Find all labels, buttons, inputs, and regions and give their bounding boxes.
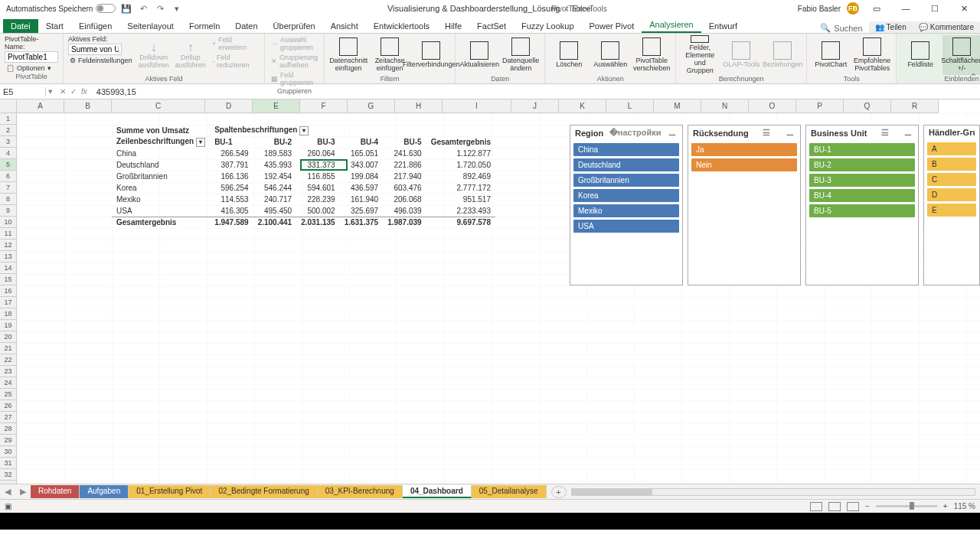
slicer-item[interactable]: E <box>927 204 976 217</box>
slicer-bu[interactable]: Business Unit☰⚊ BU-1BU-2BU-3BU-4BU-5 <box>805 125 919 285</box>
row-header[interactable]: 22 <box>0 354 17 366</box>
select-all-corner[interactable] <box>0 99 17 113</box>
tab-view[interactable]: Ansicht <box>323 19 366 33</box>
tab-design[interactable]: Entwurf <box>701 19 745 33</box>
slicer-item[interactable]: Mexiko <box>573 204 679 217</box>
insert-slicer-button[interactable]: Datenschnitt einfügen <box>329 35 368 75</box>
pivot-cell[interactable]: 116.855 <box>296 171 340 182</box>
slicer-item[interactable]: Korea <box>573 189 679 202</box>
worksheet-grid[interactable]: A B C D E F G H I J K L M N O P Q R 1234… <box>0 99 980 484</box>
tab-insert[interactable]: Einfügen <box>71 19 119 33</box>
view-normal-icon[interactable] <box>810 502 822 511</box>
row-header[interactable]: 20 <box>0 331 17 343</box>
row-header[interactable]: 21 <box>0 343 17 354</box>
col-header[interactable]: F <box>300 99 348 113</box>
multiselect-icon[interactable]: ☰ <box>761 128 772 138</box>
zoom-slider[interactable] <box>876 505 937 507</box>
pivot-cell[interactable]: 221.886 <box>383 159 426 171</box>
slicer-item[interactable]: Nein <box>691 158 797 171</box>
col-header[interactable]: G <box>348 99 395 113</box>
col-header[interactable]: M <box>654 99 701 113</box>
cancel-formula-icon[interactable]: ✕ <box>60 87 66 96</box>
add-sheet-button[interactable]: + <box>551 486 567 498</box>
slicer-item[interactable]: C <box>927 173 976 186</box>
zoom-level[interactable]: 115 % <box>954 502 975 510</box>
pivot-cell[interactable]: 166.136 <box>210 171 253 182</box>
insert-timeline-button[interactable]: Zeitachse einfügen <box>371 35 409 75</box>
row-header[interactable]: 16 <box>0 285 17 297</box>
undo-icon[interactable]: ↶ <box>137 2 149 15</box>
slicer-item[interactable]: China <box>573 143 679 156</box>
row-header[interactable]: 8 <box>0 194 17 205</box>
slicer-item[interactable]: A <box>927 142 976 155</box>
col-header[interactable]: B <box>64 99 112 113</box>
slicer-item[interactable]: D <box>927 188 976 201</box>
row-header[interactable]: 7 <box>0 182 17 194</box>
close-button[interactable]: ✕ <box>952 2 975 15</box>
pivot-cell[interactable]: 217.940 <box>383 171 426 182</box>
save-icon[interactable]: 💾 <box>120 2 132 15</box>
zoom-in-button[interactable]: + <box>943 502 948 510</box>
slicer-item[interactable]: BU-3 <box>809 174 915 187</box>
slicer-item[interactable]: BU-4 <box>809 189 915 202</box>
multiselect-icon[interactable]: �настройки <box>608 128 663 138</box>
maximize-button[interactable]: ☐ <box>923 2 946 15</box>
clear-button[interactable]: Löschen <box>550 35 588 75</box>
row-header[interactable]: 29 <box>0 435 17 446</box>
col-header[interactable]: E <box>253 99 300 113</box>
slicer-item[interactable]: Großbritannien <box>573 174 679 187</box>
recommended-pivot-button[interactable]: Empfohlene PivotTables <box>853 35 891 75</box>
horizontal-scrollbar[interactable] <box>571 488 975 496</box>
clear-filter-icon[interactable]: ⚊ <box>667 128 678 138</box>
refresh-button[interactable]: Aktualisieren <box>460 35 498 75</box>
col-header[interactable]: I <box>443 99 511 113</box>
row-header[interactable]: 10 <box>0 217 17 228</box>
pivot-cell[interactable]: 496.039 <box>383 205 426 217</box>
col-header[interactable]: O <box>749 99 796 113</box>
col-header[interactable]: J <box>511 99 559 113</box>
pivot-cell[interactable]: 165.051 <box>340 148 384 159</box>
name-box[interactable]: E5 <box>0 87 46 96</box>
tab-pagelayout[interactable]: Seitenlayout <box>119 19 181 33</box>
pivot-cell[interactable]: 189.583 <box>253 148 297 159</box>
confirm-formula-icon[interactable]: ✓ <box>70 87 77 96</box>
tab-fuzzy[interactable]: Fuzzy Lookup <box>514 19 581 33</box>
pivot-cell[interactable]: 594.601 <box>296 182 340 194</box>
slicer-return[interactable]: Rücksendung☰⚊ JaNein <box>688 125 801 285</box>
row-header[interactable]: 1 <box>0 113 17 125</box>
slicer-item[interactable]: Deutschland <box>573 158 679 171</box>
row-header[interactable]: 11 <box>0 228 17 240</box>
sheet-tab[interactable]: 04_Dashboard <box>403 485 472 498</box>
pivot-cell[interactable]: 435.993 <box>253 159 297 171</box>
search-box[interactable]: 🔍 Suchen <box>814 23 868 33</box>
pivot-cell[interactable]: 495.450 <box>253 205 297 217</box>
sheet-tab[interactable]: Aufgaben <box>80 485 129 498</box>
col-header[interactable]: N <box>701 99 749 113</box>
pivot-cell[interactable]: 241.630 <box>383 148 426 159</box>
row-header[interactable]: 9 <box>0 205 17 217</box>
slicer-dealer[interactable]: Händler-Gru ABCDE <box>923 125 980 285</box>
user-avatar[interactable]: FB <box>847 2 859 15</box>
minimize-button[interactable]: — <box>894 2 917 15</box>
tab-powerpivot[interactable]: Power Pivot <box>582 19 642 33</box>
pivot-cell[interactable]: 436.597 <box>340 182 384 194</box>
row-header[interactable]: 4 <box>0 148 17 159</box>
tab-file[interactable]: Datei <box>3 19 38 33</box>
fx-icon[interactable]: fx <box>81 87 87 96</box>
pivot-cell[interactable]: 199.084 <box>340 171 384 182</box>
col-header[interactable]: C <box>112 99 205 113</box>
slicer-region[interactable]: Region�настройки⚊ ChinaDeutschlandGroßbr… <box>570 125 683 285</box>
pivot-cell[interactable]: 2.233.493 <box>426 205 495 217</box>
pivot-cell[interactable]: 546.244 <box>253 182 297 194</box>
pivot-cell[interactable]: 416.305 <box>210 205 253 217</box>
pivottable-name-input[interactable] <box>5 51 58 63</box>
fields-items-button[interactable]: Felder, Elemente und Gruppen <box>681 35 719 75</box>
tab-analyse[interactable]: Analysieren <box>642 18 701 33</box>
row-header[interactable]: 5 <box>0 159 17 171</box>
sheet-nav-next[interactable]: ▶ <box>15 487 31 497</box>
pivot-cell[interactable]: 1.122.877 <box>426 148 495 159</box>
active-field-input[interactable] <box>68 44 122 55</box>
tab-help[interactable]: Hilfe <box>437 19 469 33</box>
tab-developer[interactable]: Entwicklertools <box>366 19 437 33</box>
pivot-cell[interactable]: 387.791 <box>210 159 253 171</box>
